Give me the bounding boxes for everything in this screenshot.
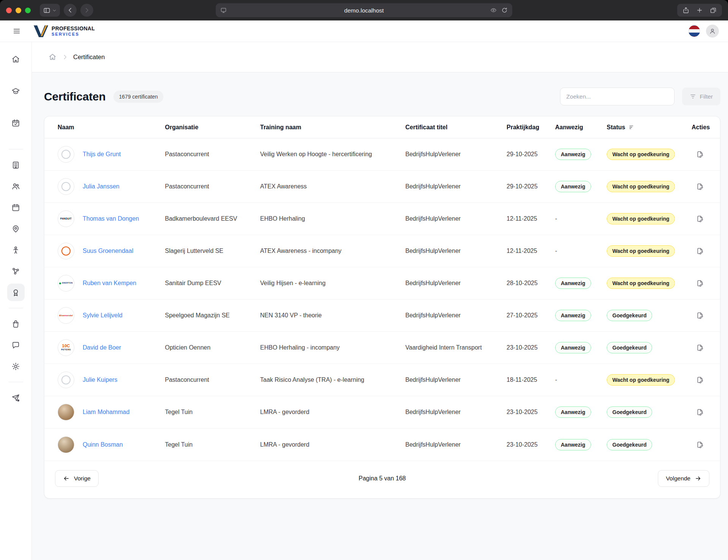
sidebar-divider — [9, 308, 23, 308]
person-link[interactable]: Suus Groenendaal — [83, 248, 133, 254]
certificate-title-cell: BedrijfsHulpVerlener — [405, 215, 507, 222]
status-badge: Wacht op goedkeuring — [607, 245, 675, 257]
file-edit-icon — [696, 376, 704, 384]
edit-certificate-button[interactable] — [693, 405, 707, 419]
sidebar-item-planning[interactable] — [7, 114, 25, 132]
person-link[interactable]: Sylvie Lelijveld — [83, 312, 122, 319]
person-link[interactable]: David de Boer — [83, 344, 121, 351]
person-link[interactable]: Ruben van Kempen — [83, 280, 136, 287]
sidebar-item-courses[interactable] — [7, 82, 25, 100]
minimize-window-button[interactable] — [16, 8, 21, 13]
training-cell: EHBO Herhaling - incompany — [260, 344, 405, 351]
sidebar-item-certificates[interactable] — [7, 284, 25, 301]
file-edit-icon — [696, 215, 704, 223]
status-cell: Wacht op goedkeuring — [607, 181, 692, 192]
sidebar-divider — [9, 149, 23, 149]
tab-overview-icon[interactable] — [710, 7, 717, 14]
edit-certificate-button[interactable] — [693, 212, 707, 226]
new-tab-icon[interactable] — [696, 7, 703, 14]
edit-certificate-button[interactable] — [693, 309, 707, 322]
sidebar-item-home[interactable] — [7, 50, 25, 68]
sidebar-item-calendar[interactable] — [7, 199, 25, 216]
edit-certificate-button[interactable] — [693, 341, 707, 355]
sort-icon[interactable] — [629, 124, 635, 130]
practice-date-cell: 23-10-2025 — [507, 441, 555, 448]
window-controls — [6, 8, 31, 13]
forward-button[interactable] — [80, 4, 93, 17]
sidebar-item-submissions[interactable] — [7, 389, 25, 406]
status-badge: Wacht op goedkeuring — [607, 149, 675, 160]
person-link[interactable]: Julie Kuipers — [83, 376, 118, 383]
filter-button[interactable]: Filter — [682, 88, 720, 105]
avatar-logo: Bloemendal — [58, 307, 74, 324]
browser-toolbar-right — [677, 4, 722, 17]
status-cell: Goedgekeurd — [607, 406, 692, 418]
share-icon[interactable] — [682, 7, 689, 14]
sidebar-item-settings[interactable] — [7, 358, 25, 375]
person-link[interactable]: Julia Janssen — [83, 183, 119, 190]
actions-cell — [692, 180, 707, 193]
zoom-window-button[interactable] — [25, 8, 31, 13]
breadcrumb-current[interactable]: Certificaten — [73, 53, 105, 61]
table-row: PANDUITThomas van DongenBadkamerboulevar… — [44, 203, 720, 235]
user-menu-button[interactable] — [706, 25, 719, 38]
person-link[interactable]: Thijs de Grunt — [83, 151, 121, 158]
sidebar-item-organizations[interactable] — [7, 156, 25, 174]
person-link[interactable]: Thomas van Dongen — [83, 215, 139, 222]
person-link[interactable]: Quinn Bosman — [83, 441, 123, 448]
edit-certificate-button[interactable] — [693, 244, 707, 258]
attendance-cell: Aanwezig — [555, 278, 607, 289]
table-row: Suus GroenendaalSlagerij Lutterveld SEAT… — [44, 235, 720, 267]
privacy-icon[interactable] — [490, 7, 497, 14]
certificate-title-cell: BedrijfsHulpVerlener — [405, 183, 507, 190]
main-area: Certificaten Certificaten 1679 certifica… — [32, 42, 728, 560]
pagination: Vorige Pagina 5 van 168 Volgende — [44, 461, 720, 498]
table-row: Julia JanssenPastaconcurrentATEX Awarene… — [44, 171, 720, 203]
name-cell: BloemendalSylvie Lelijveld — [58, 307, 165, 324]
status-badge: Wacht op goedkeuring — [607, 278, 675, 289]
sidebar-toggle-button[interactable] — [40, 4, 60, 17]
status-badge: Goedgekeurd — [607, 310, 652, 321]
certificate-title-cell: Vaardigheid Intern Transport — [405, 344, 507, 351]
avatar-logo: 10CPETERS — [58, 339, 74, 356]
reload-icon[interactable] — [501, 7, 508, 14]
avatar-logo — [58, 146, 74, 163]
attendance-empty: - — [555, 248, 557, 254]
edit-certificate-button[interactable] — [693, 180, 707, 193]
sidebar-item-users[interactable] — [7, 177, 25, 195]
person-link[interactable]: Liam Mohammad — [83, 409, 130, 416]
back-button[interactable] — [64, 4, 77, 17]
submissions-icon — [11, 394, 20, 402]
menu-toggle-button[interactable] — [9, 24, 24, 39]
sidebar-item-trainers[interactable] — [7, 241, 25, 259]
actions-cell — [692, 147, 707, 161]
edit-certificate-button[interactable] — [693, 438, 707, 452]
search-input[interactable] — [560, 88, 675, 105]
name-cell: EBERTONRuben van Kempen — [58, 275, 165, 292]
previous-page-button[interactable]: Vorige — [55, 470, 99, 487]
brand-logo[interactable]: PROFESSIONAL SERVICES — [33, 25, 95, 38]
users-icon — [11, 182, 20, 191]
browser-window: demo.localhost — [0, 0, 728, 560]
edit-certificate-button[interactable] — [693, 373, 707, 387]
status-badge: Wacht op goedkeuring — [607, 213, 675, 224]
browser-chrome: demo.localhost — [0, 0, 728, 20]
name-cell: 10CPETERSDavid de Boer — [58, 339, 165, 356]
status-badge: Wacht op goedkeuring — [607, 181, 675, 192]
home-icon[interactable] — [49, 53, 57, 61]
close-window-button[interactable] — [6, 8, 12, 13]
edit-certificate-button[interactable] — [693, 276, 707, 290]
status-cell: Wacht op goedkeuring — [607, 374, 692, 386]
sidebar-item-locations[interactable] — [7, 220, 25, 237]
sidebar-item-products[interactable] — [7, 315, 25, 333]
sidebar-item-workflows[interactable] — [7, 262, 25, 280]
next-page-button[interactable]: Volgende — [658, 470, 709, 487]
address-bar[interactable]: demo.localhost — [216, 3, 512, 17]
avatar-logo — [58, 178, 74, 195]
arrow-left-icon — [63, 475, 70, 482]
avatar-photo — [58, 404, 74, 420]
column-header-organisatie: Organisatie — [165, 124, 260, 131]
sidebar-item-messages[interactable] — [7, 336, 25, 354]
edit-certificate-button[interactable] — [693, 147, 707, 161]
language-flag-button[interactable] — [689, 25, 700, 37]
